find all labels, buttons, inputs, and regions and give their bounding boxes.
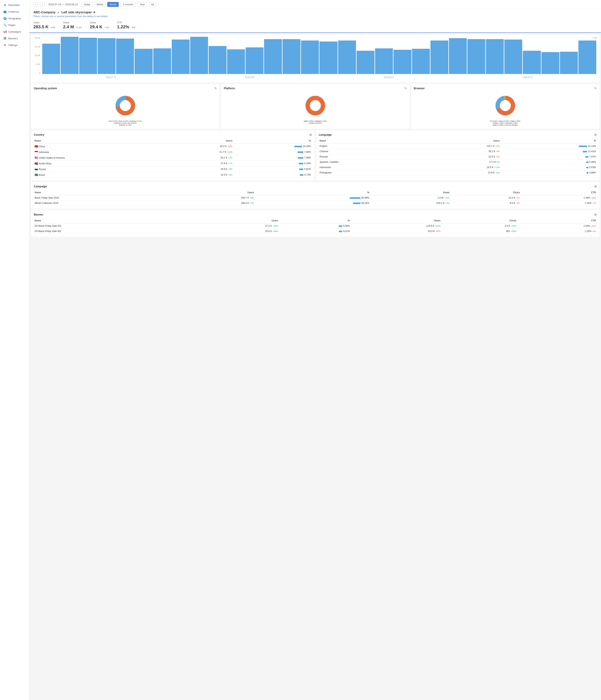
country-users: 16.8 K +8% xyxy=(170,166,233,172)
language-name: Spanish, Castilian xyxy=(319,159,424,165)
language-expand-icon[interactable]: ⊞ xyxy=(594,133,597,136)
sidebar: ◎ Overview 👥 Audience 🌍 Geography 🔍 Page… xyxy=(0,0,29,700)
banner-users: 27.2 K +38% xyxy=(196,223,279,229)
pages-icon: 🔍 xyxy=(3,23,7,27)
table-row[interactable]: Spanish, Castilian 17.2 K 0% 6.08% xyxy=(319,159,597,165)
sidebar-item-overview[interactable]: ◎ Overview xyxy=(0,2,29,8)
breadcrumb-page[interactable]: Left side skyscraper ▼ xyxy=(61,10,96,14)
chart-bar xyxy=(449,38,467,74)
language-users: 16.0 K +12% xyxy=(424,165,501,170)
country-name: 🇮🇩Indonesia xyxy=(34,149,170,155)
sidebar-item-settings[interactable]: ⚙ Settings xyxy=(0,42,29,48)
week-button[interactable]: Week xyxy=(95,2,105,7)
banner-pct: 9.01% xyxy=(279,229,351,234)
country-language-row: Country ⊞ Name Users % 🇨🇳China 29.2 K -1… xyxy=(31,130,599,180)
stat-ctr-label: CTR xyxy=(117,21,135,24)
language-pct: 4.88% xyxy=(501,170,597,175)
table-row[interactable]: Black Friday Sale 2018 158.7 K +6% 55.98… xyxy=(34,195,597,201)
x-label-2: 2018.08.12 xyxy=(384,76,394,78)
today-button[interactable]: Today xyxy=(81,2,93,7)
table-row[interactable]: 🇨🇳China 29.2 K -14% 10.29% xyxy=(34,144,312,149)
country-expand-icon[interactable]: ⊞ xyxy=(309,133,312,136)
language-col-pct: % xyxy=(501,138,597,144)
platform-refresh-icon[interactable]: ↻ xyxy=(404,87,407,90)
language-panel: Language ⊞ Name Users % English 116.7 K … xyxy=(316,130,600,180)
sidebar-item-audience[interactable]: 👥 Audience xyxy=(0,8,29,15)
chart-bar xyxy=(375,48,393,74)
x-axis: 2018.07.29 2018.08.05 2018.08.12 2018.08… xyxy=(41,75,597,80)
campaign-col-ctr: CTR xyxy=(521,190,597,195)
banner-ctr: 2.25% -21% xyxy=(517,223,597,229)
table-row[interactable]: 🇿🇦South Africa 17.6 K +7% 6.19% xyxy=(34,161,312,166)
campaign-col-pct: % xyxy=(255,190,370,195)
chart-bar xyxy=(264,39,282,74)
chart-bar xyxy=(467,39,485,74)
campaign-clicks: 15.0 K -1% xyxy=(450,195,520,201)
chart-bar xyxy=(319,42,337,74)
sidebar-label-overview: Overview xyxy=(8,3,20,6)
language-pct: 12.41% xyxy=(501,149,597,154)
svg-point-2 xyxy=(500,100,511,111)
chart-bar xyxy=(209,46,227,74)
table-row[interactable]: EN Black Friday Sale 001 27.2 K +38% 9.5… xyxy=(34,223,597,229)
browser-donut-chart xyxy=(492,92,519,119)
browser-panel: Browser ↻ IE 0.00% | Opera 0.02% | Edge … xyxy=(411,84,599,129)
y-label-2: 10.0K xyxy=(34,54,40,57)
table-row[interactable]: Indonesian 16.0 K +12% 5.63% xyxy=(319,165,597,170)
month-button[interactable]: Month xyxy=(107,2,119,7)
campaign-col-users: Users xyxy=(175,190,255,195)
campaign-col-views: Views xyxy=(370,190,450,195)
sidebar-item-banners[interactable]: 🖼 Banners xyxy=(0,35,29,42)
banner-expand-icon[interactable]: ⊞ xyxy=(594,213,597,216)
os-refresh-icon[interactable]: ↻ xyxy=(214,87,217,90)
country-pct: 7.08% xyxy=(233,155,312,161)
3months-button[interactable]: 3 months xyxy=(121,2,135,7)
language-users: 22.6 K -5% xyxy=(424,154,501,159)
browser-refresh-icon[interactable]: ↻ xyxy=(594,87,597,90)
table-row[interactable]: 🇷🇺Russia 16.8 K +8% 5.91% xyxy=(34,166,312,172)
stat-clicks-value: 29.4 K xyxy=(90,24,103,29)
table-row[interactable]: 🇺🇸United States of America 20.1 K +7% 7.… xyxy=(34,155,312,161)
table-row[interactable]: Winter Collection 2019 108.4 K +1% 38.25… xyxy=(34,201,597,206)
stat-views-label: Views xyxy=(63,21,82,24)
country-pct: 4.73% xyxy=(233,172,312,178)
stat-ctr-value: 1.22% xyxy=(117,24,129,29)
x-label-3: 2018.08.19 xyxy=(523,76,532,78)
prev-button[interactable]: ‹ xyxy=(33,2,38,7)
campaign-users: 158.7 K +6% xyxy=(175,195,255,201)
campaign-expand-icon[interactable]: ⊞ xyxy=(594,185,597,188)
sidebar-label-banners: Banners xyxy=(8,37,18,40)
chart-bar xyxy=(98,38,115,74)
all-button[interactable]: All xyxy=(149,2,156,7)
banner-views: 116.8 K +52% xyxy=(350,223,441,229)
table-row[interactable]: English 116.7 K +3% 41.14% xyxy=(319,144,597,149)
chart-bar xyxy=(61,37,79,74)
table-row[interactable]: Russian 22.6 K -5% 7.97% xyxy=(319,154,597,159)
os-labels: mac 0.01% | linux 0.10% | windows 0.11% … xyxy=(109,120,142,126)
next-button[interactable]: › xyxy=(40,2,45,7)
campaign-name: Winter Collection 2019 xyxy=(34,201,175,206)
country-pct: 5.91% xyxy=(233,166,312,172)
banner-clicks: 2.6 K +20% xyxy=(441,223,517,229)
sidebar-label-audience: Audience xyxy=(8,10,19,13)
chart-bar xyxy=(153,48,171,74)
table-row[interactable]: Portuguese 13.8 K +6% 4.88% xyxy=(319,170,597,175)
chart-section: CSV 20.0K 15.0K 10.0K 5.0K 0 2018.07.29 … xyxy=(31,34,599,82)
sidebar-item-pages[interactable]: 🔍 Pages xyxy=(0,22,29,28)
table-row[interactable]: Chinese 35.2 K -9% 12.41% xyxy=(319,149,597,154)
browser-panel-title: Browser ↻ xyxy=(414,87,597,90)
sidebar-item-campaigns[interactable]: 📢 Campaigns xyxy=(0,28,29,35)
table-row[interactable]: 🇮🇩Indonesia 21.7 K +10% 7.66% xyxy=(34,149,312,155)
table-row[interactable]: ZH Black Friday Sale 001 25.6 K +36% 9.0… xyxy=(34,229,597,234)
banner-panel: Banner ⊞ Name Users % Views Clicks CTR E… xyxy=(31,210,599,237)
os-donut-inner: mac 0.01% | linux 0.10% | windows 0.11% … xyxy=(34,92,217,126)
platform-panel: Platform ↻ tablet 0.00% | desktop 0.10% … xyxy=(221,84,410,129)
chart-bar xyxy=(486,39,504,74)
sidebar-item-geography[interactable]: 🌍 Geography xyxy=(0,15,29,22)
chart-bar xyxy=(245,47,263,74)
platform-donut-chart xyxy=(302,92,329,119)
table-row[interactable]: 🇧🇷Brazil 13.4 K +6% 4.73% xyxy=(34,172,312,178)
year-button[interactable]: Year xyxy=(137,2,147,7)
campaign-col-clicks: Clicks xyxy=(450,190,520,195)
chart-bar xyxy=(412,49,430,74)
